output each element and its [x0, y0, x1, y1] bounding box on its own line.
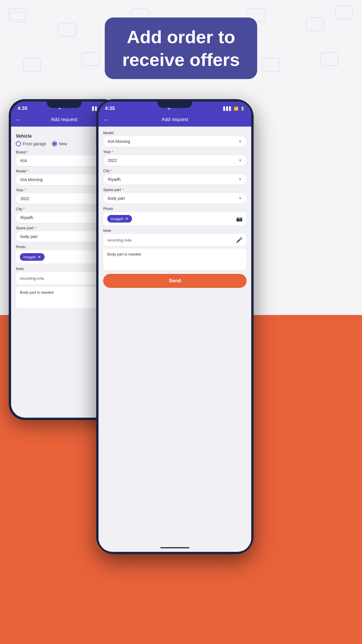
- left-photo-tag-text: image0: [23, 255, 36, 259]
- left-photo-remove-btn[interactable]: ✕: [38, 255, 41, 259]
- right-year-label: Year *: [103, 150, 247, 154]
- right-header-title: Add request: [161, 117, 188, 123]
- right-photo-remove-btn[interactable]: ✕: [125, 216, 129, 221]
- right-body-note[interactable]: Body part is needed: [103, 249, 247, 270]
- left-new-radio[interactable]: [52, 141, 57, 146]
- left-city-value: Riyadh: [20, 215, 33, 220]
- right-status-icons: ▋▋▋ 📶 🔋: [223, 106, 245, 111]
- send-button[interactable]: Send: [103, 274, 247, 288]
- right-app-header: ← Add request: [99, 114, 251, 127]
- phone-right: 4:35 ✈ ▋▋▋ 📶 🔋 ← Add request Model KIA M…: [96, 99, 254, 554]
- left-model-required: *: [26, 169, 29, 173]
- left-spare-part-required: *: [34, 226, 36, 230]
- right-spare-part-label: Spare part *: [103, 188, 247, 192]
- right-spare-part-required: *: [121, 188, 124, 192]
- right-note-text: recording.m4a: [107, 238, 131, 242]
- left-year-required: *: [23, 188, 26, 192]
- right-year-required: *: [111, 150, 113, 154]
- left-note-text: recording.m4a: [20, 276, 44, 281]
- right-spare-part-group: Spare part * body part ▼: [103, 188, 247, 204]
- banner-text: Add order to receive offers: [122, 26, 240, 71]
- right-model-section: Model KIA Morning ▼: [103, 131, 247, 147]
- right-photo-label: Photo: [103, 206, 247, 211]
- right-form-content: Model KIA Morning ▼ Year * 2022 ▼ City *: [99, 127, 251, 551]
- left-from-garage-option[interactable]: From garage: [16, 141, 46, 146]
- left-new-label: New: [59, 141, 67, 146]
- right-photo-group: Photo image0 ✕ 📷: [103, 206, 247, 225]
- right-city-value: Riyadh: [108, 177, 121, 182]
- right-signal-icon: ▋▋▋: [223, 106, 232, 111]
- left-back-button[interactable]: ←: [16, 116, 22, 123]
- right-city-required: *: [110, 169, 112, 173]
- right-camera-icon[interactable]: 📷: [236, 216, 242, 222]
- right-battery-icon: 🔋: [240, 106, 245, 111]
- left-from-garage-label: From garage: [23, 141, 46, 146]
- right-note-group: Note recording.m4a 🎤 Body part is needed: [103, 228, 247, 270]
- left-from-garage-radio[interactable]: [16, 141, 21, 146]
- left-city-required: *: [22, 207, 25, 211]
- right-city-chevron: ▼: [238, 177, 242, 181]
- left-year-value: 2022: [20, 196, 29, 201]
- left-status-time: 4:35: [17, 106, 27, 111]
- left-spare-part-value: body part: [20, 234, 37, 239]
- left-photo-tag: image0 ✕: [20, 253, 45, 261]
- right-model-section-label: Model: [103, 131, 247, 135]
- right-photo-tag: image0 ✕: [107, 215, 132, 223]
- left-new-option[interactable]: New: [52, 141, 67, 146]
- right-note-input[interactable]: recording.m4a 🎤: [103, 234, 247, 246]
- header-banner: Add order to receive offers: [105, 18, 257, 79]
- right-photo-tag-text: image0: [111, 217, 123, 221]
- right-city-group: City * Riyadh ▼: [103, 169, 247, 185]
- right-model-value: KIA Morning: [108, 139, 130, 144]
- right-city-label: City *: [103, 169, 247, 173]
- right-back-button[interactable]: ←: [103, 116, 109, 123]
- right-year-chevron: ▼: [238, 158, 242, 162]
- left-brand-required: *: [26, 150, 29, 154]
- right-photo-container: image0 ✕ 📷: [103, 212, 247, 225]
- right-model-input[interactable]: KIA Morning ▼: [103, 136, 247, 147]
- left-signal-icon: ▋▋: [92, 106, 98, 111]
- right-home-indicator: [160, 547, 189, 548]
- right-mic-icon[interactable]: 🎤: [236, 237, 242, 243]
- right-city-input[interactable]: Riyadh ▼: [103, 174, 247, 185]
- right-model-chevron: ▼: [238, 139, 242, 144]
- right-spare-part-input[interactable]: body part ▼: [103, 193, 247, 204]
- right-year-value: 2022: [108, 158, 117, 163]
- right-spare-part-value: body part: [108, 196, 125, 201]
- right-note-label: Note: [103, 228, 247, 233]
- left-header-title: Add request: [51, 117, 78, 123]
- right-spare-part-chevron: ▼: [238, 196, 242, 200]
- left-brand-value: KIA: [20, 158, 27, 163]
- right-status-time: 4:35: [105, 106, 115, 111]
- left-model-value: KIA Morning: [20, 177, 43, 182]
- right-year-group: Year * 2022 ▼: [103, 150, 247, 166]
- right-year-input[interactable]: 2022 ▼: [103, 155, 247, 166]
- right-wifi-icon: 📶: [234, 106, 238, 111]
